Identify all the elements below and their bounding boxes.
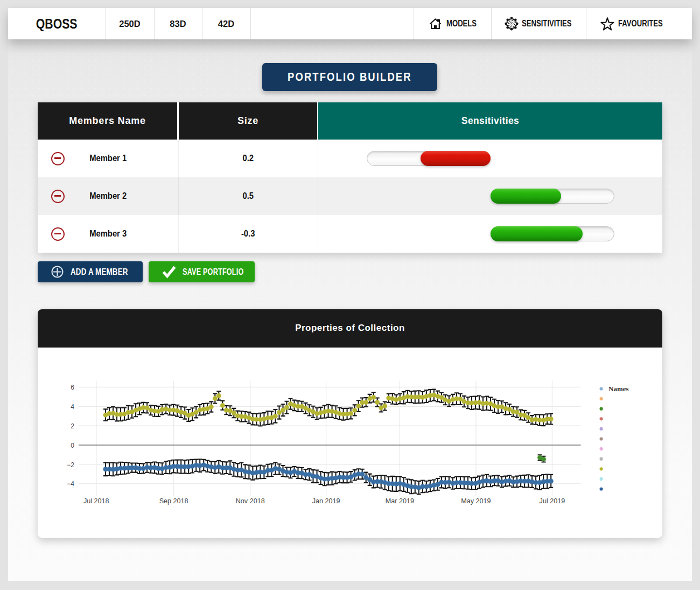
svg-text:Mar 2019: Mar 2019	[386, 497, 414, 504]
svg-text:0: 0	[71, 441, 74, 449]
svg-text:Names: Names	[608, 384, 629, 392]
svg-text:2: 2	[71, 422, 74, 429]
svg-text:Jan 2019: Jan 2019	[312, 497, 340, 504]
svg-text:4: 4	[71, 403, 74, 411]
svg-text:May 2019: May 2019	[461, 497, 491, 504]
svg-text:Nov 2018: Nov 2018	[236, 497, 265, 504]
svg-text:Jul 2018: Jul 2018	[83, 497, 109, 504]
svg-text:−4: −4	[67, 480, 74, 488]
svg-text:Sep 2018: Sep 2018	[159, 497, 188, 504]
svg-text:−2: −2	[67, 461, 74, 468]
svg-text:Jul 2019: Jul 2019	[540, 497, 565, 504]
svg-text:6: 6	[71, 384, 74, 391]
